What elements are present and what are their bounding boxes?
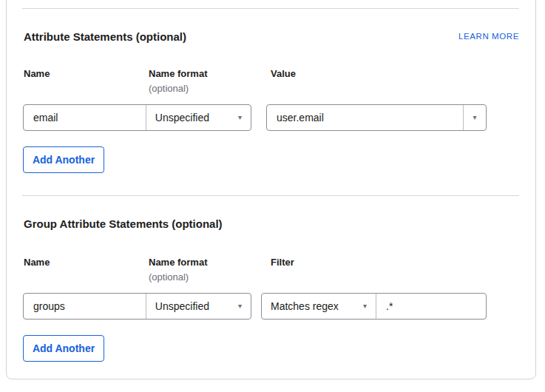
group-attribute-name-format-value: Unspecified	[155, 300, 209, 312]
column-label-name-format: Name format	[149, 68, 207, 79]
column-label-name-format: Name format	[149, 257, 207, 268]
attribute-name-input[interactable]	[24, 105, 146, 130]
attribute-row: Unspecified ▾	[23, 104, 251, 131]
section-divider-middle	[22, 195, 519, 196]
column-label-name: Name	[24, 68, 50, 79]
learn-more-link[interactable]: LEARN MORE	[458, 32, 519, 41]
group-attribute-name-input[interactable]	[24, 294, 146, 319]
group-attribute-filter-value-input[interactable]	[376, 294, 486, 319]
add-another-attribute-button[interactable]: Add Another	[23, 146, 104, 173]
attribute-name-format-value: Unspecified	[155, 112, 209, 124]
group-attribute-filter-compound: Matches regex ▾	[261, 293, 487, 320]
chevron-down-icon: ▾	[473, 114, 477, 121]
add-another-group-attribute-button[interactable]: Add Another	[23, 335, 104, 362]
attribute-value-input[interactable]	[267, 105, 463, 130]
group-attribute-filter-type-select[interactable]: Matches regex ▾	[262, 294, 376, 319]
section-divider-top	[22, 8, 519, 9]
attribute-name-format-select[interactable]: Unspecified ▾	[146, 105, 251, 130]
group-attribute-filter-type-value: Matches regex	[271, 300, 339, 312]
attribute-value-dropdown-button[interactable]: ▾	[463, 105, 486, 130]
column-note-optional: (optional)	[149, 83, 189, 94]
group-attribute-name-format-select[interactable]: Unspecified ▾	[146, 294, 251, 319]
column-label-filter: Filter	[271, 257, 294, 268]
attribute-value-combobox: ▾	[266, 104, 487, 131]
column-label-name: Name	[24, 257, 50, 268]
column-note-optional: (optional)	[149, 271, 189, 283]
chevron-down-icon: ▾	[363, 303, 367, 310]
group-attribute-statements-title: Group Attribute Statements (optional)	[24, 217, 223, 230]
group-attribute-row: Unspecified ▾	[23, 293, 251, 320]
attribute-statements-title: Attribute Statements (optional)	[24, 30, 186, 43]
chevron-down-icon: ▾	[238, 114, 242, 121]
chevron-down-icon: ▾	[238, 303, 242, 310]
settings-card	[6, 0, 536, 379]
column-label-value: Value	[271, 68, 296, 79]
